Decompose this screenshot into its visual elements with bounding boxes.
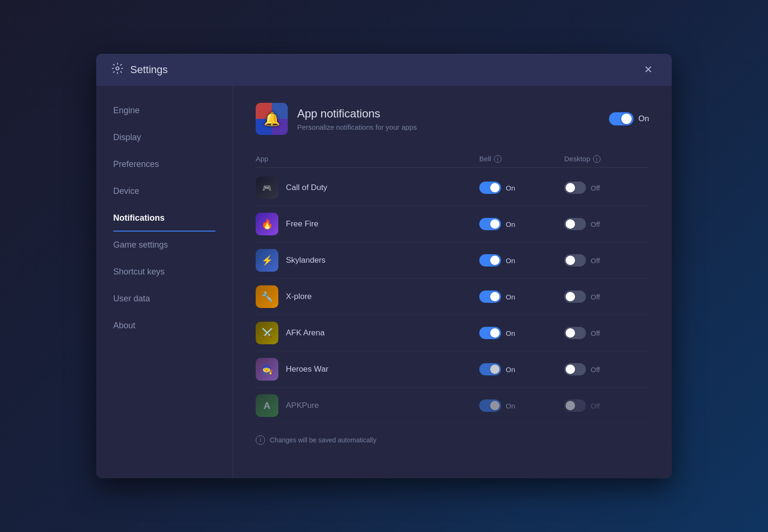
sidebar-item-shortcut-keys[interactable]: Shortcut keys [96, 258, 233, 285]
notif-header-left: 🔔 App notifications Personalize notifica… [256, 103, 417, 135]
notif-subtitle: Personalize notifications for your apps [297, 123, 417, 131]
bell-toggle-free-fire[interactable] [479, 218, 501, 230]
bell-cell-afk-arena: On [479, 327, 564, 339]
close-button[interactable]: ✕ [640, 61, 657, 78]
app-name-call-of-duty: Call of Duty [286, 183, 327, 192]
table-row: 🧙 Heroes War On [256, 351, 649, 388]
notif-icon-wrapper: 🔔 [256, 103, 288, 135]
desktop-cell-x-plore: Off [564, 291, 649, 303]
main-content: 🔔 App notifications Personalize notifica… [233, 86, 672, 478]
bell-toggle-afk-arena[interactable] [479, 327, 501, 339]
app-name-apkpure: APKPure [286, 401, 319, 410]
table-row: ⚡ Skylanders On [256, 242, 649, 279]
sidebar-item-preferences[interactable]: Preferences [96, 151, 233, 178]
notif-title: App notifications [297, 107, 417, 120]
master-toggle-label: On [638, 114, 649, 124]
desktop-cell-free-fire: Off [564, 218, 649, 230]
desktop-toggle-label-afk-arena: Off [591, 329, 600, 337]
bell-info-icon: i [494, 155, 501, 163]
bell-toggle-apkpure[interactable] [479, 399, 501, 412]
sidebar-item-display[interactable]: Display [96, 124, 233, 151]
col-bell-header: Bell i [479, 155, 564, 163]
app-icon-call-of-duty: 🎮 [256, 176, 278, 199]
desktop-cell-skylanders: Off [564, 254, 649, 266]
sidebar-item-device[interactable]: Device [96, 178, 233, 205]
app-cell-apkpure: A APKPure [256, 394, 479, 417]
desktop-cell-call-of-duty: Off [564, 182, 649, 194]
master-toggle-track [609, 112, 634, 125]
desktop-toggle-free-fire[interactable] [564, 218, 586, 230]
desktop-toggle-apkpure[interactable] [564, 399, 586, 412]
notif-title-area: App notifications Personalize notificati… [297, 107, 417, 131]
bell-cell-skylanders: On [479, 254, 564, 266]
app-name-heroes-war: Heroes War [286, 365, 328, 374]
desktop-toggle-label-skylanders: Off [591, 257, 600, 265]
bell-toggle-label-afk-arena: On [506, 329, 515, 337]
sidebar-item-user-data[interactable]: User data [96, 285, 233, 312]
sidebar-item-about[interactable]: About [96, 312, 233, 339]
table-header: App Bell i Desktop i [256, 150, 649, 168]
modal-title: Settings [130, 64, 168, 76]
bell-icon: 🔔 [264, 111, 280, 127]
bell-toggle-label-x-plore: On [506, 293, 515, 301]
app-cell-x-plore: 🔧 X-plore [256, 285, 479, 308]
settings-modal: Settings ✕ Engine Display Preferences De… [96, 54, 672, 478]
desktop-info-icon: i [593, 155, 601, 163]
bell-cell-apkpure: On [479, 399, 564, 412]
desktop-toggle-afk-arena[interactable] [564, 327, 586, 339]
table-row: ⚔️ AFK Arena On [256, 315, 649, 351]
bell-toggle-call-of-duty[interactable] [479, 182, 501, 194]
header-left: Settings [111, 62, 168, 77]
app-icon-free-fire: 🔥 [256, 213, 278, 235]
table-row: 🔧 X-plore On [256, 279, 649, 315]
desktop-toggle-x-plore[interactable] [564, 291, 586, 303]
footer-note-text: Changes will be saved automatically [270, 436, 376, 444]
master-toggle-thumb [621, 114, 632, 124]
desktop-toggle-label-x-plore: Off [591, 293, 600, 301]
app-name-free-fire: Free Fire [286, 219, 318, 229]
svg-point-0 [116, 67, 119, 70]
modal-header: Settings ✕ [96, 54, 672, 86]
app-cell-skylanders: ⚡ Skylanders [256, 249, 479, 272]
notif-header-right: On [609, 112, 649, 125]
table-row: A APKPure On [256, 388, 649, 424]
sidebar-item-engine[interactable]: Engine [96, 97, 233, 124]
master-toggle-wrapper[interactable]: On [609, 112, 649, 125]
app-cell-heroes-war: 🧙 Heroes War [256, 358, 479, 381]
app-icon-afk-arena: ⚔️ [256, 322, 278, 344]
app-cell-afk-arena: ⚔️ AFK Arena [256, 322, 479, 344]
col-app-header: App [256, 155, 479, 163]
desktop-toggle-call-of-duty[interactable] [564, 182, 586, 194]
sidebar-item-notifications[interactable]: Notifications [96, 205, 233, 232]
desktop-toggle-label-apkpure: Off [591, 402, 600, 410]
app-table: App Bell i Desktop i 🎮 [256, 150, 649, 424]
table-row: 🎮 Call of Duty On [256, 170, 649, 206]
gear-icon [111, 62, 124, 77]
bell-toggle-label-call-of-duty: On [506, 184, 515, 192]
desktop-toggle-skylanders[interactable] [564, 254, 586, 266]
table-row: 🔥 Free Fire On [256, 206, 649, 242]
desktop-toggle-label-free-fire: Off [591, 220, 600, 228]
col-desktop-header: Desktop i [564, 155, 649, 163]
master-toggle[interactable] [609, 112, 634, 125]
app-icon-heroes-war: 🧙 [256, 358, 278, 381]
app-cell-free-fire: 🔥 Free Fire [256, 213, 479, 235]
sidebar-item-game-settings[interactable]: Game settings [96, 232, 233, 258]
bell-toggle-label-apkpure: On [506, 402, 515, 410]
bell-toggle-x-plore[interactable] [479, 291, 501, 303]
desktop-toggle-label-call-of-duty: Off [591, 184, 600, 192]
desktop-toggle-label-heroes-war: Off [591, 366, 600, 374]
bell-toggle-skylanders[interactable] [479, 254, 501, 266]
app-cell-call-of-duty: 🎮 Call of Duty [256, 176, 479, 199]
app-name-skylanders: Skylanders [286, 256, 326, 265]
bell-toggle-heroes-war[interactable] [479, 363, 501, 375]
bell-toggle-label-free-fire: On [506, 220, 515, 228]
modal-body: Engine Display Preferences Device Notifi… [96, 86, 672, 478]
bell-cell-heroes-war: On [479, 363, 564, 375]
footer-info-icon: i [256, 435, 265, 445]
desktop-toggle-heroes-war[interactable] [564, 363, 586, 375]
app-icon-x-plore: 🔧 [256, 285, 278, 308]
bell-cell-x-plore: On [479, 291, 564, 303]
app-name-afk-arena: AFK Arena [286, 328, 325, 338]
bell-cell-call-of-duty: On [479, 182, 564, 194]
